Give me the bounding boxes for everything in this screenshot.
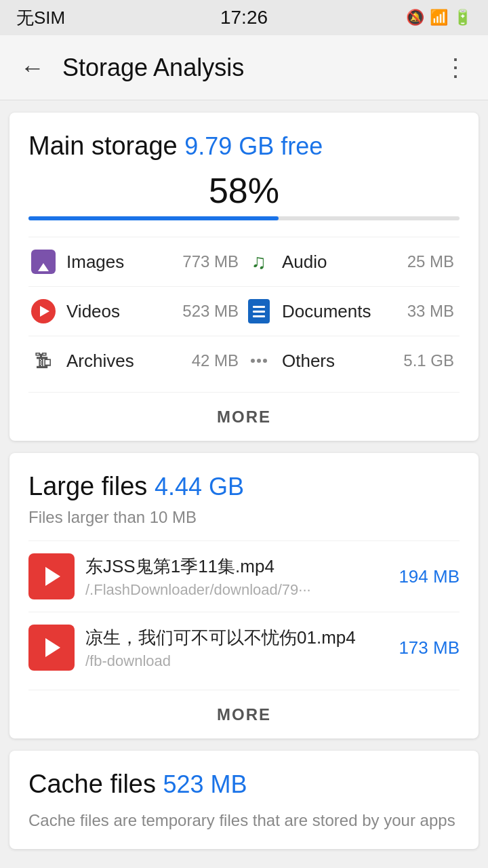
- file-item-2[interactable]: 凉生，我们可不可以不忧伤01.mp4 /fb-download 173 MB: [28, 612, 460, 683]
- large-files-card: Large files 4.44 GB Files larger than 10…: [9, 453, 479, 738]
- file-info-1: 东JSS鬼第1季11集.mp4 /.FlashDownloader/downlo…: [85, 555, 388, 599]
- file-name-1: 东JSS鬼第1季11集.mp4: [85, 555, 388, 578]
- play-icon-2: [45, 638, 60, 657]
- others-size: 5.1 GB: [403, 351, 460, 370]
- storage-percent: 58%: [28, 170, 460, 211]
- storage-item-documents[interactable]: Documents 33 MB: [244, 286, 460, 336]
- video-icon: [28, 296, 58, 326]
- videos-size: 523 MB: [182, 302, 244, 321]
- others-icon: [244, 346, 274, 376]
- large-files-subtitle: Files larger than 10 MB: [28, 508, 460, 527]
- file-path-2: /fb-download: [85, 652, 388, 670]
- archives-label: Archives: [66, 351, 184, 372]
- carrier-label: 无SIM: [16, 6, 65, 30]
- wifi-icon: 📶: [430, 9, 448, 26]
- file-size-2: 173 MB: [399, 637, 460, 658]
- storage-item-archives[interactable]: 🗜 Archives 42 MB: [28, 336, 244, 385]
- cache-files-title: Cache files: [28, 770, 156, 798]
- file-name-2: 凉生，我们可不可以不忧伤01.mp4: [85, 626, 388, 650]
- main-storage-more-label: MORE: [217, 408, 271, 427]
- status-icons: 🔕 📶 🔋: [406, 9, 472, 26]
- storage-progress-bar: [28, 216, 460, 220]
- cache-files-header: Cache files 523 MB: [28, 770, 460, 799]
- large-files-more-button[interactable]: MORE: [28, 690, 460, 738]
- storage-item-videos[interactable]: Videos 523 MB: [28, 286, 244, 336]
- storage-progress-fill: [28, 216, 279, 220]
- storage-categories-grid: Images 773 MB ♫ Audio 25 MB Videos 523 M…: [28, 237, 460, 385]
- main-storage-card: Main storage 9.79 GB free 58% Images 773…: [9, 113, 479, 441]
- main-storage-header: Main storage 9.79 GB free: [28, 132, 460, 161]
- file-info-2: 凉生，我们可不可以不忧伤01.mp4 /fb-download: [85, 626, 388, 670]
- file-size-1: 194 MB: [399, 566, 460, 587]
- time-display: 17:26: [220, 7, 268, 28]
- storage-item-others[interactable]: Others 5.1 GB: [244, 336, 460, 385]
- mute-icon: 🔕: [406, 9, 424, 26]
- file-path-1: /.FlashDownloader/download/79···: [85, 581, 388, 599]
- main-storage-more-button[interactable]: MORE: [28, 392, 460, 441]
- images-size: 773 MB: [182, 252, 244, 271]
- large-files-title: Large files: [28, 472, 147, 500]
- others-label: Others: [282, 351, 395, 372]
- documents-size: 33 MB: [407, 302, 460, 321]
- play-icon-1: [45, 567, 60, 586]
- large-files-total-size: 4.44 GB: [155, 473, 244, 500]
- audio-label: Audio: [282, 252, 399, 273]
- toolbar: ← Storage Analysis ⋮: [0, 35, 488, 100]
- menu-button[interactable]: ⋮: [436, 49, 474, 87]
- cache-files-card: Cache files 523 MB Cache files are tempo…: [9, 751, 479, 849]
- storage-item-audio[interactable]: ♫ Audio 25 MB: [244, 237, 460, 286]
- audio-icon: ♫: [244, 247, 274, 277]
- images-label: Images: [66, 252, 174, 273]
- archives-size: 42 MB: [192, 351, 244, 370]
- more-icon: ⋮: [443, 54, 468, 82]
- large-files-header: Large files 4.44 GB: [28, 472, 460, 501]
- main-storage-title: Main storage: [28, 132, 178, 160]
- status-bar: 无SIM 17:26 🔕 📶 🔋: [0, 0, 488, 35]
- cache-files-size: 523 MB: [163, 770, 247, 798]
- file-item-1[interactable]: 东JSS鬼第1季11集.mp4 /.FlashDownloader/downlo…: [28, 540, 460, 612]
- page-title: Storage Analysis: [52, 54, 436, 82]
- images-icon: [28, 247, 58, 277]
- documents-icon: [244, 296, 274, 326]
- file-thumb-2: [28, 625, 75, 671]
- audio-size: 25 MB: [407, 252, 460, 271]
- videos-label: Videos: [66, 301, 174, 322]
- cache-files-subtitle: Cache files are temporary files that are…: [28, 808, 460, 849]
- file-thumb-1: [28, 553, 75, 599]
- large-files-more-label: MORE: [217, 705, 271, 724]
- documents-label: Documents: [282, 301, 399, 322]
- main-storage-free: 9.79 GB free: [184, 132, 323, 160]
- back-button[interactable]: ←: [14, 49, 52, 87]
- back-icon: ←: [20, 54, 45, 82]
- archives-icon: 🗜: [28, 346, 58, 376]
- storage-item-images[interactable]: Images 773 MB: [28, 237, 244, 286]
- battery-icon: 🔋: [453, 9, 472, 26]
